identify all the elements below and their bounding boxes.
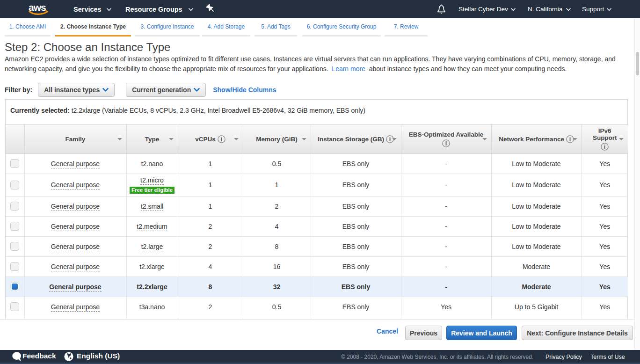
svg-text:i: i [604,144,605,150]
svg-text:i: i [445,140,447,147]
svg-text:aws: aws [29,2,46,13]
svg-text:i: i [569,136,570,143]
svg-text:i: i [389,136,391,143]
svg-text:i: i [220,136,222,143]
